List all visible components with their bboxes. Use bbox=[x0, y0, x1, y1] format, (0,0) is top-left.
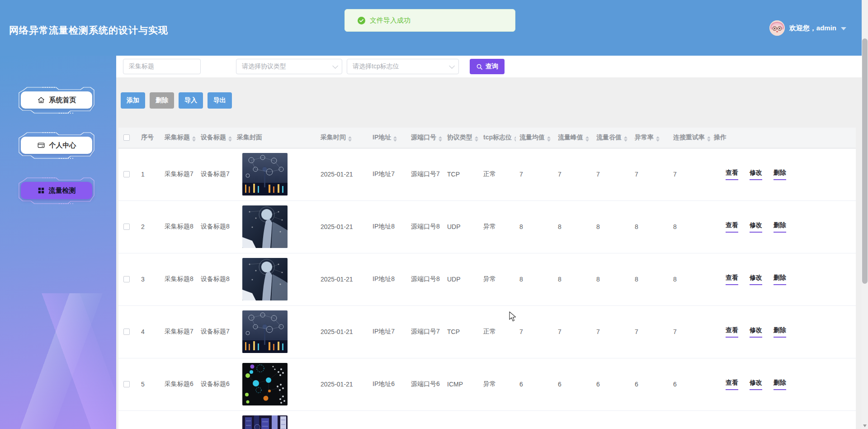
col-avg[interactable]: 流量均值 bbox=[516, 128, 554, 148]
view-link[interactable]: 查看 bbox=[726, 221, 738, 233]
cell-device: 设备标题7 bbox=[197, 305, 233, 358]
sidebar-item-traffic-detect[interactable]: 流量检测 bbox=[17, 176, 96, 205]
sort-icon[interactable] bbox=[475, 136, 478, 142]
view-link[interactable]: 查看 bbox=[726, 274, 738, 285]
delete-link[interactable]: 删除 bbox=[774, 221, 786, 233]
delete-link[interactable]: 删除 bbox=[774, 274, 786, 285]
row-checkbox[interactable] bbox=[123, 276, 130, 282]
success-toast: 文件导入成功 bbox=[344, 9, 515, 32]
avatar[interactable] bbox=[769, 20, 785, 36]
row-checkbox[interactable] bbox=[123, 171, 130, 177]
cell-time: 2025-01-21 bbox=[317, 305, 369, 358]
sort-icon[interactable] bbox=[348, 136, 352, 142]
tcp-flag-select[interactable]: 请选择tcp标志位 bbox=[347, 59, 459, 74]
col-anomaly[interactable]: 异常率 bbox=[631, 128, 670, 148]
cell-retry: 8 bbox=[670, 200, 710, 253]
col-protocol[interactable]: 协议类型 bbox=[443, 128, 480, 148]
cell-protocol: UDP bbox=[443, 200, 480, 253]
row-checkbox[interactable] bbox=[123, 381, 130, 387]
sort-icon[interactable] bbox=[514, 136, 516, 142]
view-link[interactable]: 查看 bbox=[726, 169, 738, 180]
sort-icon[interactable] bbox=[228, 136, 232, 142]
sidebar-item-profile[interactable]: 个人中心 bbox=[17, 131, 96, 160]
edit-link[interactable]: 修改 bbox=[750, 274, 762, 285]
search-icon bbox=[476, 63, 483, 70]
cell-valley: 6 bbox=[593, 358, 631, 410]
delete-link[interactable]: 删除 bbox=[774, 169, 786, 180]
user-menu[interactable]: 欢迎您，admin bbox=[769, 20, 846, 36]
col-peak[interactable]: 流量峰值 bbox=[554, 128, 593, 148]
col-retry[interactable]: 连接重试率 bbox=[670, 128, 710, 148]
select-all-checkbox[interactable] bbox=[123, 134, 130, 141]
sort-icon[interactable] bbox=[393, 136, 397, 142]
row-checkbox[interactable] bbox=[123, 329, 130, 335]
sort-icon[interactable] bbox=[707, 136, 710, 142]
cell-index bbox=[137, 410, 161, 429]
sidebar-item-label: 个人中心 bbox=[49, 141, 76, 150]
cell-port: 源端口号7 bbox=[407, 305, 443, 358]
cell-retry: 8 bbox=[670, 253, 710, 305]
table-row: 5 采集标题6 设备标题6 bbox=[118, 358, 856, 410]
sort-icon[interactable] bbox=[547, 136, 551, 142]
col-port[interactable]: 源端口号 bbox=[407, 128, 443, 148]
sidebar-item-label: 流量检测 bbox=[49, 186, 76, 195]
cell-valley: 7 bbox=[593, 148, 631, 200]
cell-time bbox=[317, 410, 369, 429]
view-link[interactable]: 查看 bbox=[726, 379, 738, 390]
col-cover: 采集封面 bbox=[233, 128, 317, 148]
cell-port: 源端口号7 bbox=[407, 148, 443, 200]
export-button[interactable]: 导出 bbox=[208, 92, 232, 109]
protocol-select[interactable]: 请选择协议类型 bbox=[236, 59, 342, 74]
scrollbar-arrow-down-icon[interactable] bbox=[863, 424, 867, 427]
col-device[interactable]: 设备标题 bbox=[197, 128, 233, 148]
delete-link[interactable]: 删除 bbox=[774, 379, 786, 390]
cell-avg bbox=[516, 410, 554, 429]
cell-time: 2025-01-21 bbox=[317, 148, 369, 200]
add-button[interactable]: 添加 bbox=[121, 92, 145, 109]
table-row: 3 采集标题8 设备标题8 bbox=[118, 253, 856, 305]
sidebar-item-home[interactable]: 系统首页 bbox=[17, 86, 96, 115]
cell-avg: 8 bbox=[516, 200, 554, 253]
col-tcp-flag[interactable]: tcp标志位 bbox=[480, 128, 516, 148]
edit-link[interactable]: 修改 bbox=[750, 221, 762, 233]
cell-title: 采集标题8 bbox=[161, 200, 197, 253]
page-scrollbar[interactable] bbox=[862, 0, 868, 429]
cell-tcp-flag bbox=[480, 410, 516, 429]
cell-protocol: TCP bbox=[443, 305, 480, 358]
cell-anomaly: 7 bbox=[631, 305, 670, 358]
cover-image-network-nodes bbox=[242, 363, 288, 405]
cell-protocol: ICMP bbox=[443, 358, 480, 410]
title-filter-input[interactable]: 采集标题 bbox=[123, 59, 201, 74]
sort-icon[interactable] bbox=[656, 136, 660, 142]
sort-icon[interactable] bbox=[624, 136, 627, 142]
cell-port: 源端口号8 bbox=[407, 253, 443, 305]
col-ip[interactable]: IP地址 bbox=[369, 128, 407, 148]
cell-index: 1 bbox=[137, 148, 161, 200]
cover-image-hand-touch bbox=[242, 258, 288, 300]
sidebar: 系统首页 个人中心 bbox=[0, 56, 116, 429]
row-checkbox[interactable] bbox=[123, 224, 130, 230]
col-valley[interactable]: 流量谷值 bbox=[593, 128, 631, 148]
cell-index: 3 bbox=[137, 253, 161, 305]
cell-retry: 7 bbox=[670, 305, 710, 358]
cell-peak bbox=[554, 410, 593, 429]
edit-link[interactable]: 修改 bbox=[750, 379, 762, 390]
table-row: 1 采集标题7 设备标题7 bbox=[118, 148, 856, 200]
edit-link[interactable]: 修改 bbox=[750, 169, 762, 180]
import-button[interactable]: 导入 bbox=[179, 92, 203, 109]
sort-icon[interactable] bbox=[192, 136, 196, 142]
delete-link[interactable]: 删除 bbox=[774, 326, 786, 338]
edit-link[interactable]: 修改 bbox=[750, 326, 762, 338]
col-title[interactable]: 采集标题 bbox=[161, 128, 197, 148]
search-button[interactable]: 查询 bbox=[470, 59, 505, 74]
cell-device: 设备标题8 bbox=[197, 200, 233, 253]
sort-icon[interactable] bbox=[585, 136, 589, 142]
col-time[interactable]: 采集时间 bbox=[317, 128, 369, 148]
cell-port: 源端口号6 bbox=[407, 358, 443, 410]
sort-icon[interactable] bbox=[439, 136, 442, 142]
view-link[interactable]: 查看 bbox=[726, 326, 738, 338]
delete-button[interactable]: 删除 bbox=[150, 92, 174, 109]
cell-retry: 7 bbox=[670, 148, 710, 200]
table-row: 2 采集标题8 设备标题8 bbox=[118, 200, 856, 253]
scrollbar-thumb[interactable] bbox=[862, 38, 868, 284]
